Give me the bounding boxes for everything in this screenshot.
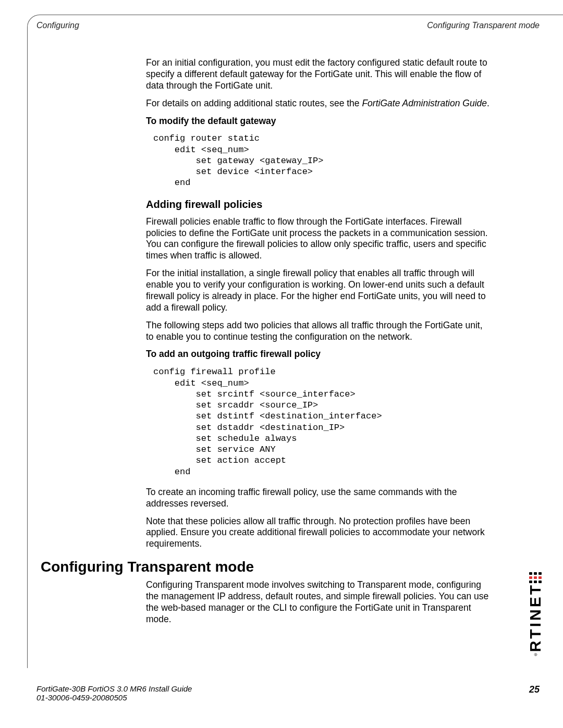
fortinet-wordmark: RTINET (528, 583, 543, 652)
header-left: Configuring (36, 21, 79, 30)
gateway-heading: To modify the default gateway (146, 116, 490, 127)
header-right: Configuring Transparent mode (427, 21, 540, 30)
intro-p2-prefix: For details on adding additional static … (146, 98, 362, 108)
page-footer: FortiGate-30B FortiOS 3.0 MR6 Install Gu… (36, 684, 540, 702)
footer-doc-id: 01-30006-0459-20080505 (36, 693, 127, 702)
firewall-code-block: config firewall profile edit <seq_num> s… (153, 366, 490, 477)
footer-guide-title: FortiGate-30B FortiOS 3.0 MR6 Install Gu… (36, 684, 192, 693)
registered-mark: ® (533, 652, 538, 657)
firewall-section-title: Adding firewall policies (146, 198, 490, 211)
footer-left: FortiGate-30B FortiOS 3.0 MR6 Install Gu… (36, 684, 192, 702)
firewall-paragraph-3: The following steps add two policies tha… (146, 320, 490, 343)
firewall-paragraph-2: For the initial installation, a single f… (146, 268, 490, 314)
intro-paragraph-2: For details on adding additional static … (146, 98, 490, 109)
fortinet-logo: ® RTINET (527, 538, 544, 658)
intro-p2-suffix: . (487, 98, 489, 108)
intro-paragraph-1: For an initial configuration, you must e… (146, 57, 490, 92)
fortinet-mark-icon (529, 572, 542, 583)
transparent-paragraph-1: Configuring Transparent mode involves sw… (146, 579, 490, 625)
intro-p2-guide: FortiGate Administration Guide (362, 98, 487, 108)
firewall-paragraph-4: To create an incoming traffic firewall p… (146, 487, 490, 510)
transparent-section-body: Configuring Transparent mode involves sw… (146, 579, 490, 632)
outgoing-policy-heading: To add an outgoing traffic firewall poli… (146, 349, 490, 360)
main-content: For an initial configuration, you must e… (146, 57, 490, 556)
footer-page-number: 25 (529, 684, 540, 695)
firewall-paragraph-5: Note that these policies allow all traff… (146, 516, 490, 550)
transparent-section-title: Configuring Transparent mode (41, 559, 254, 575)
firewall-paragraph-1: Firewall policies enable traffic to flow… (146, 216, 490, 262)
gateway-code-block: config router static edit <seq_num> set … (153, 133, 490, 188)
page-header: Configuring Configuring Transparent mode (36, 21, 540, 30)
